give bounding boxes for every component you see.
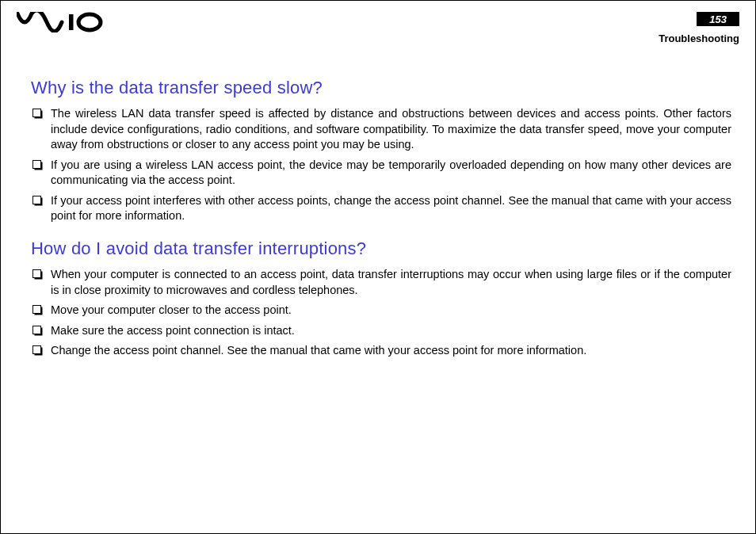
svg-point-1 (78, 14, 101, 30)
bullet-icon (32, 196, 41, 204)
list-item: When your computer is connected to an ac… (31, 267, 731, 298)
list-item: If your access point interferes with oth… (31, 193, 731, 224)
list-item-text: If your access point interferes with oth… (51, 193, 731, 224)
brand-logo (17, 12, 104, 32)
list-item: Make sure the access point connection is… (31, 323, 731, 339)
page-number: 153 (709, 13, 727, 25)
list-q1: The wireless LAN data transfer speed is … (31, 106, 731, 224)
list-item-text: Move your computer closer to the access … (51, 303, 731, 318)
heading-q2: How do I avoid data transfer interruptio… (31, 238, 731, 259)
list-item-text: If you are using a wireless LAN access p… (51, 158, 731, 189)
vaio-logo-icon (17, 12, 104, 32)
list-item-text: The wireless LAN data transfer speed is … (51, 106, 731, 153)
bullet-icon (32, 269, 41, 278)
heading-q1: Why is the data transfer speed slow? (31, 78, 731, 98)
page-content: Why is the data transfer speed slow? The… (1, 48, 755, 359)
bullet-icon (32, 160, 41, 169)
list-item: Move your computer closer to the access … (31, 303, 731, 318)
list-item-text: Make sure the access point connection is… (51, 323, 731, 339)
header-right: 153 Troubleshooting (659, 12, 739, 44)
list-item: The wireless LAN data transfer speed is … (31, 106, 731, 153)
list-q2: When your computer is connected to an ac… (31, 267, 731, 359)
page-header: 153 Troubleshooting (1, 1, 755, 48)
bullet-icon (32, 109, 41, 117)
list-item: Change the access point channel. See the… (31, 343, 731, 359)
bullet-icon (32, 326, 41, 334)
bullet-icon (32, 345, 41, 354)
list-item: If you are using a wireless LAN access p… (31, 158, 731, 189)
section-label: Troubleshooting (659, 32, 739, 44)
list-item-text: Change the access point channel. See the… (51, 343, 731, 359)
svg-rect-0 (69, 14, 74, 30)
list-item-text: When your computer is connected to an ac… (51, 267, 731, 298)
page-number-badge: 153 (697, 12, 739, 26)
bullet-icon (32, 305, 41, 314)
